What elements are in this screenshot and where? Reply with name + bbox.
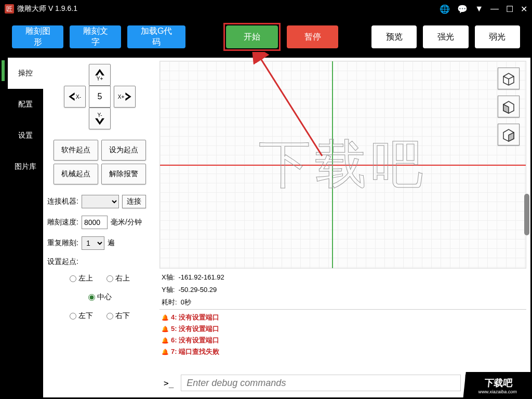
cube-icon: [501, 99, 516, 114]
view-front-button[interactable]: [498, 96, 520, 117]
view-side-button[interactable]: [498, 124, 520, 145]
tab-gallery[interactable]: 图片库: [8, 151, 43, 182]
origin-label: 设置起点:: [47, 257, 78, 267]
log-line: 5: 没有设置端口: [162, 324, 524, 334]
side-tabs: 操控 配置 设置 图片库: [8, 58, 43, 397]
svg-marker-1: [69, 92, 74, 101]
x-axis-label: X轴:: [162, 273, 175, 281]
arrow-up-icon: [95, 69, 104, 76]
jog-x-minus-button[interactable]: X-: [64, 86, 86, 108]
x-axis-value: -161.92-161.92: [179, 273, 224, 281]
origin-tl[interactable]: 左上: [70, 274, 93, 283]
clear-alarm-button[interactable]: 解除报警: [101, 164, 146, 184]
pause-button[interactable]: 暂停: [287, 25, 338, 48]
port-select[interactable]: [82, 195, 119, 208]
jog-x-plus-button[interactable]: X+: [114, 86, 136, 108]
mech-origin-button[interactable]: 机械起点: [54, 164, 98, 184]
svg-marker-2: [126, 92, 131, 101]
app-title: 微雕大师 V 1.9.6.1: [17, 4, 440, 14]
chat-icon[interactable]: 💬: [457, 4, 468, 14]
engrave-text-button[interactable]: 雕刻文字: [70, 25, 121, 48]
origin-tr[interactable]: 右上: [107, 274, 130, 283]
tab-control[interactable]: 操控: [8, 58, 43, 89]
svg-marker-9: [509, 132, 514, 141]
jog-y-minus-button[interactable]: Y-: [89, 108, 111, 129]
engrave-shape-button[interactable]: 雕刻图形: [12, 25, 63, 48]
repeat-unit: 遍: [108, 238, 115, 248]
weak-light-button[interactable]: 弱光: [475, 25, 520, 48]
log-line: 7: 端口查找失败: [162, 347, 524, 356]
time-value: 0秒: [181, 298, 191, 306]
tab-settings[interactable]: 设置: [8, 120, 43, 151]
arrow-right-icon: [125, 92, 131, 101]
canvas-area: 下载吧 X轴: -161.92-161.92 Y轴: -50.29-50.29 …: [156, 58, 530, 397]
origin-bl[interactable]: 左下: [70, 311, 93, 321]
view-iso-button[interactable]: [498, 68, 520, 89]
globe-icon[interactable]: 🌐: [440, 4, 450, 14]
minimize-icon[interactable]: —: [490, 4, 499, 14]
origin-center[interactable]: 中心: [88, 292, 112, 302]
start-button[interactable]: 开始: [226, 25, 278, 48]
speed-input[interactable]: [82, 216, 108, 229]
app-logo: 匠: [5, 4, 14, 14]
svg-marker-0: [95, 69, 104, 75]
canvas[interactable]: 下载吧: [159, 61, 526, 269]
soft-origin-button[interactable]: 软件起点: [54, 140, 98, 161]
control-panel: Y+ X- X+ Y-: [43, 58, 156, 397]
repeat-select[interactable]: 1: [82, 236, 104, 250]
titlebar: 匠 微雕大师 V 1.9.6.1 🌐 💬 ▼ — ☐ ✕: [2, 2, 530, 16]
svg-marker-7: [503, 104, 509, 113]
close-icon[interactable]: ✕: [521, 4, 527, 14]
arrow-down-icon: [95, 118, 104, 125]
speed-label: 雕刻速度:: [47, 218, 78, 227]
log-line: 6: 没有设置端口: [162, 336, 524, 345]
origin-grid: 左上 右上 中心 左下 右下: [47, 274, 152, 321]
y-axis-label: Y轴:: [162, 286, 175, 294]
connect-label: 连接机器:: [47, 197, 78, 206]
y-axis-value: -50.29-50.29: [179, 286, 217, 294]
log-area[interactable]: 4: 没有设置端口 5: 没有设置端口 6: 没有设置端口 7: 端口查找失败: [159, 309, 526, 371]
prompt-icon: >_: [161, 378, 177, 388]
load-gcode-button[interactable]: 加载G代码: [127, 25, 185, 48]
toolbar: 雕刻图形 雕刻文字 加载G代码 开始 暂停 预览 强光 弱光: [2, 16, 530, 58]
repeat-label: 重复雕刻:: [47, 238, 78, 248]
cube-icon: [501, 71, 516, 86]
time-label: 耗时:: [162, 298, 177, 306]
debug-command-input[interactable]: [181, 375, 461, 391]
maximize-icon[interactable]: ☐: [506, 4, 513, 14]
arrow-left-icon: [69, 92, 75, 101]
connect-button[interactable]: 连接: [122, 195, 146, 208]
log-line: 4: 没有设置端口: [162, 313, 524, 322]
active-tab-indicator: [2, 60, 5, 81]
jog-step-input[interactable]: [89, 86, 111, 108]
site-watermark: 下载吧 www.xiazaiba.com: [463, 372, 532, 399]
set-origin-button[interactable]: 设为起点: [101, 140, 146, 161]
speed-unit: 毫米/分钟: [111, 218, 142, 227]
cube-icon: [501, 127, 516, 142]
canvas-content-text: 下载吧: [259, 130, 427, 200]
preview-button[interactable]: 预览: [371, 25, 417, 48]
strong-light-button[interactable]: 强光: [423, 25, 468, 48]
start-highlight-box: 开始: [223, 23, 281, 51]
origin-br[interactable]: 右下: [107, 311, 130, 321]
tab-config[interactable]: 配置: [8, 89, 43, 120]
jog-y-plus-button[interactable]: Y+: [89, 64, 111, 86]
dropdown-icon[interactable]: ▼: [475, 4, 483, 14]
svg-marker-3: [95, 118, 104, 125]
